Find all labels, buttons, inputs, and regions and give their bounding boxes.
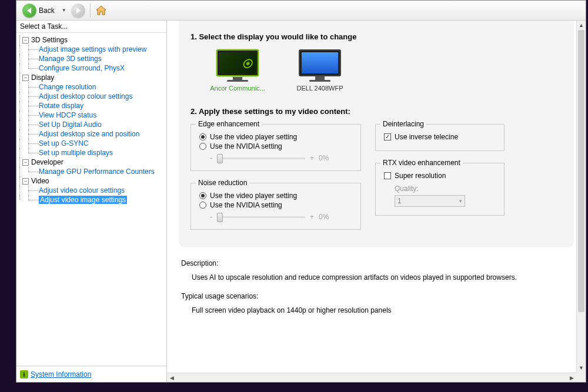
slider-thumb[interactable] — [217, 154, 223, 163]
main-panel: 1. Select the display you would like to … — [167, 21, 586, 382]
deinterlacing-fieldset: Deinterlacing Use inverse telecine — [375, 124, 505, 151]
radio-icon — [199, 192, 206, 199]
settings-section: 1. Select the display you would like to … — [179, 21, 574, 247]
sidebar-footer: i System Information — [16, 366, 166, 382]
description-text: Uses AI to upscale resolution and reduce… — [192, 273, 572, 282]
tree-item-label: Manage 3D settings — [39, 55, 102, 63]
scroll-down-icon[interactable]: ▼ — [577, 363, 586, 373]
slider-track[interactable] — [217, 216, 305, 218]
vertical-scrollbar[interactable]: ▲ ▼ — [576, 21, 586, 373]
noise-radio-nvidia[interactable]: Use the NVIDIA setting — [199, 201, 352, 209]
super-resolution-checkbox[interactable]: Super resolution — [384, 172, 496, 180]
tree-category[interactable]: −Display — [16, 73, 166, 82]
description-block: Description: Uses AI to upscale resoluti… — [181, 259, 572, 282]
tree-item[interactable]: Set up multiple displays — [16, 148, 166, 158]
tree-item-label: Manage GPU Performance Counters — [39, 167, 155, 176]
tree-item-label: Set up multiple displays — [39, 149, 113, 157]
radio-icon — [199, 133, 206, 140]
tree-item[interactable]: Adjust video colour settings — [16, 186, 166, 195]
tree-item-label: Adjust desktop colour settings — [39, 92, 132, 100]
tree-item[interactable]: Configure Surround, PhysX — [16, 63, 166, 73]
tree-item-label: Adjust image settings with preview — [39, 45, 146, 53]
tree-category[interactable]: −3D Settings — [16, 35, 166, 45]
tree-item[interactable]: Change resolution — [16, 82, 166, 92]
scroll-right-icon[interactable]: ▶ — [567, 373, 576, 382]
tree-category-label: 3D Settings — [31, 36, 68, 44]
noise-radio-player[interactable]: Use the video player setting — [199, 192, 352, 200]
tree-category-label: Video — [31, 177, 49, 185]
chevron-down-icon: ▾ — [459, 198, 462, 204]
step2-title: 2. Apply these settings to my video cont… — [191, 107, 562, 116]
slider-track[interactable] — [217, 158, 305, 159]
slider-thumb[interactable] — [217, 213, 223, 222]
scrollbar-corner — [576, 373, 586, 382]
scroll-left-icon[interactable]: ◀ — [167, 373, 176, 382]
tree-item-label: Adjust desktop size and position — [39, 130, 139, 138]
edge-slider: - + 0% — [210, 154, 352, 162]
svg-marker-0 — [96, 6, 106, 15]
tree-item-label: Adjust video image settings — [39, 196, 127, 204]
tree-collapse-icon[interactable]: − — [22, 159, 29, 166]
tree-item[interactable]: Manage 3D settings — [16, 54, 166, 63]
tree-item-label: Change resolution — [39, 83, 96, 91]
tree-item[interactable]: Adjust desktop colour settings — [16, 92, 166, 101]
tree-item[interactable]: Rotate display — [16, 101, 166, 110]
monitor-icon: ⦿ — [216, 49, 259, 82]
tree-item-label: Configure Surround, PhysX — [39, 64, 125, 72]
noise-slider: - + 0% — [210, 213, 352, 221]
rtx-legend: RTX video enhancement — [380, 159, 463, 167]
tree-category-label: Display — [31, 73, 54, 82]
display-option[interactable]: DELL 2408WFP — [290, 49, 349, 92]
display-label: DELL 2408WFP — [296, 85, 343, 92]
back-dropdown-icon[interactable]: ▼ — [59, 8, 69, 13]
tree-category[interactable]: −Video — [16, 176, 166, 186]
info-icon: i — [20, 370, 28, 378]
sidebar: Select a Task... −3D SettingsAdjust imag… — [16, 21, 167, 382]
task-tree[interactable]: −3D SettingsAdjust image settings with p… — [16, 32, 166, 366]
noise-legend: Noise reduction — [196, 179, 249, 187]
tree-item[interactable]: Set Up Digital Audio — [16, 120, 166, 129]
tree-item[interactable]: Set up G-SYNC — [16, 139, 166, 148]
quality-select[interactable]: 1 ▾ — [395, 195, 465, 207]
quality-label: Quality: — [395, 185, 496, 193]
checkbox-icon — [384, 133, 391, 140]
sidebar-header: Select a Task... — [16, 21, 166, 32]
display-option[interactable]: ⦿Ancor Communic... — [208, 49, 267, 92]
toolbar: Back ▼ — [16, 1, 586, 21]
inverse-telecine-checkbox[interactable]: Use inverse telecine — [384, 133, 496, 141]
system-information-link[interactable]: System Information — [31, 370, 91, 378]
tree-item-label: Set Up Digital Audio — [39, 120, 102, 129]
scrollbar-thumb[interactable] — [578, 30, 584, 312]
tree-item-label: Set up G-SYNC — [39, 139, 89, 148]
tree-collapse-icon[interactable]: − — [22, 37, 29, 43]
display-selector: ⦿Ancor Communic...DELL 2408WFP — [208, 49, 562, 92]
toolbar-separator — [90, 4, 91, 18]
tree-item[interactable]: View HDCP status — [16, 110, 166, 120]
scenarios-block: Typical usage scenarios: Full screen vid… — [181, 292, 572, 314]
horizontal-scrollbar[interactable]: ◀ ▶ — [167, 373, 576, 382]
tree-item-label: Rotate display — [39, 102, 83, 110]
rtx-enhancement-fieldset: RTX video enhancement Super resolution Q… — [375, 163, 505, 216]
edge-radio-nvidia[interactable]: Use the NVIDIA setting — [199, 142, 352, 150]
tree-item[interactable]: Adjust image settings with preview — [16, 45, 166, 54]
scroll-up-icon[interactable]: ▲ — [577, 21, 586, 30]
display-label: Ancor Communic... — [210, 85, 265, 92]
back-button[interactable]: Back — [20, 2, 57, 19]
tree-item[interactable]: Adjust video image settings — [16, 195, 166, 205]
forward-button[interactable] — [71, 4, 85, 18]
tree-collapse-icon[interactable]: − — [22, 178, 29, 185]
back-label: Back — [39, 6, 55, 15]
tree-collapse-icon[interactable]: − — [22, 75, 29, 81]
tree-category-label: Developer — [31, 158, 64, 166]
edge-radio-player[interactable]: Use the video player setting — [199, 133, 352, 141]
edge-legend: Edge enhancement — [196, 120, 262, 128]
tree-category[interactable]: −Developer — [16, 158, 166, 167]
tree-item-label: View HDCP status — [39, 111, 96, 119]
edge-enhancement-fieldset: Edge enhancement Use the video player se… — [191, 124, 361, 171]
home-button[interactable] — [95, 5, 107, 16]
radio-icon — [199, 202, 206, 209]
deint-legend: Deinterlacing — [380, 120, 426, 128]
tree-item[interactable]: Manage GPU Performance Counters — [16, 167, 166, 176]
radio-icon — [199, 143, 206, 150]
tree-item[interactable]: Adjust desktop size and position — [16, 129, 166, 139]
